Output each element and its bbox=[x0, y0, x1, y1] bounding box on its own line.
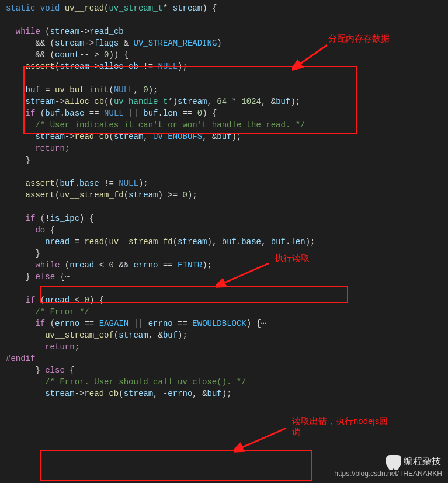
code-line: && (count-- > 0)) { bbox=[6, 49, 448, 61]
code-line: stream->read_cb(stream, UV_ENOBUFS, &buf… bbox=[6, 131, 448, 143]
code-line: while (nread < 0 && errno == EINTR); bbox=[6, 259, 448, 271]
code-line: uv__stream_eof(stream, &buf); bbox=[6, 329, 448, 341]
code-line: } bbox=[6, 154, 448, 166]
code-line: stream->alloc_cb((uv_handle_t*)stream, 6… bbox=[6, 96, 448, 107]
code-line: buf = uv_buf_init(NULL, 0); bbox=[6, 84, 448, 96]
code-line bbox=[6, 14, 448, 26]
svg-line-2 bbox=[239, 428, 286, 449]
code-line: if (errno == EAGAIN || errno == EWOULDBL… bbox=[6, 318, 448, 329]
code-line: } else { bbox=[6, 364, 448, 376]
code-editor[interactable]: static void uv__read(uv_stream_t* stream… bbox=[0, 0, 448, 402]
highlight-box bbox=[40, 450, 312, 481]
code-line: assert(stream->alloc_cb != NULL); bbox=[6, 61, 448, 72]
code-line: nread = read(uv__stream_fd(stream), buf.… bbox=[6, 236, 448, 248]
code-line: #endif bbox=[6, 353, 448, 364]
code-line: assert(uv__stream_fd(stream) >= 0); bbox=[6, 189, 448, 201]
code-line: } bbox=[6, 248, 448, 259]
arrow-icon bbox=[234, 425, 292, 454]
code-line: return; bbox=[6, 143, 448, 154]
code-line bbox=[6, 283, 448, 294]
code-line: } else {⋯ bbox=[6, 271, 448, 283]
brand-label: 编程杂技 bbox=[404, 456, 441, 467]
code-line bbox=[6, 72, 448, 84]
code-line bbox=[6, 201, 448, 213]
annotation-text: 分配内存存数据 bbox=[328, 33, 390, 44]
code-line bbox=[6, 166, 448, 178]
code-line: /* Error. User should call uv_close(). *… bbox=[6, 376, 448, 388]
code-line: return; bbox=[6, 341, 448, 353]
code-line: /* User indicates it can't or won't hand… bbox=[6, 119, 448, 131]
code-line: if (buf.base == NULL || buf.len == 0) { bbox=[6, 107, 448, 119]
code-line: /* Error */ bbox=[6, 306, 448, 318]
brand-badge: 编程杂技 bbox=[386, 455, 441, 468]
code-line: if (!is_ipc) { bbox=[6, 213, 448, 224]
watermark-text: https://blog.csdn.net/THEANARKH bbox=[334, 468, 442, 479]
code-line: stream->read_cb(stream, -errno, &buf); bbox=[6, 388, 448, 399]
wechat-icon bbox=[386, 455, 401, 468]
code-line: if (nread < 0) { bbox=[6, 294, 448, 306]
code-line: static void uv__read(uv_stream_t* stream… bbox=[6, 2, 448, 14]
code-line: do { bbox=[6, 224, 448, 236]
annotation-text: 读取出错，执行nodejs回调 bbox=[292, 416, 388, 437]
annotation-text: 执行读取 bbox=[275, 252, 310, 264]
code-line: assert(buf.base != NULL); bbox=[6, 178, 448, 189]
